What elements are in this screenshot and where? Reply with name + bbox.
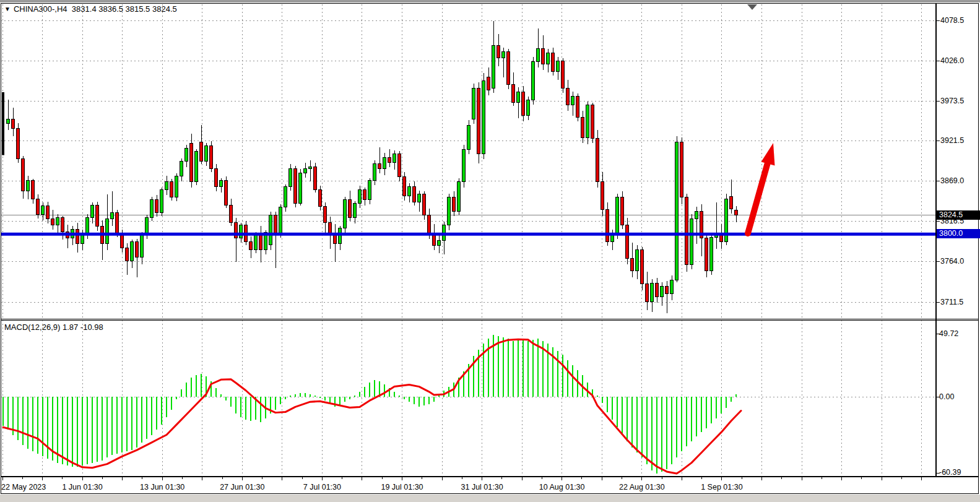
ohlc-values-label: 3831.4 3836.5 3815.5 3824.5 — [72, 4, 177, 14]
price-axis-label: 4078.5 — [940, 16, 964, 25]
price-axis-label: 4026.0 — [940, 56, 964, 66]
macd-histogram — [3, 335, 736, 474]
time-axis-label: 1 Sep 01:30 — [701, 483, 742, 492]
time-axis-label: 27 Jun 01:30 — [220, 483, 264, 492]
price-axis-label: 3921.5 — [940, 136, 964, 145]
macd-axis-label: -60.39 — [939, 468, 961, 477]
level-line-price-badge: 3800.0 — [937, 229, 980, 238]
chart-shift-marker-icon[interactable] — [747, 4, 757, 10]
macd-axis-label: 0.00 — [939, 392, 954, 402]
price-axis-label: 3869.0 — [940, 176, 964, 186]
time-axis-label: 7 Jul 01:30 — [303, 483, 341, 492]
time-axis-label: 22 May 2023 — [1, 483, 46, 492]
last-price-badge: 3824.5 — [937, 210, 980, 220]
window-bottom-edge — [0, 495, 980, 502]
time-axis-label: 1 Jun 01:30 — [62, 483, 102, 492]
price-axis-label: 3764.0 — [940, 257, 964, 266]
time-axis-label: 13 Jun 01:30 — [140, 483, 184, 492]
trading-chart-window: ▼CHINA300-,H4 3831.4 3836.5 3815.5 3824.… — [0, 0, 980, 502]
symbol-timeframe-label: CHINA300-,H4 — [14, 4, 67, 14]
price-axis-label: 3973.5 — [940, 97, 964, 106]
time-axis-label: 10 Aug 01:30 — [539, 483, 585, 492]
time-axis-label: 22 Aug 01:30 — [619, 483, 665, 492]
candles-layer — [2, 21, 738, 313]
symbol-dropdown-icon[interactable]: ▼ — [4, 6, 11, 12]
price-axis-label: 3711.5 — [940, 298, 963, 307]
time-axis-label: 31 Jul 01:30 — [461, 483, 503, 492]
bullish-arrow-annotation[interactable] — [748, 143, 775, 233]
macd-indicator-label: MACD(12,26,9) 1.87 -10.98 — [4, 322, 103, 332]
time-axis-label: 19 Jul 01:30 — [381, 483, 423, 492]
chart-title: ▼CHINA300-,H4 3831.4 3836.5 3815.5 3824.… — [4, 4, 177, 14]
macd-axis-label: 49.72 — [939, 329, 958, 339]
chart-canvas[interactable] — [0, 0, 980, 502]
macd-signal-line — [3, 339, 741, 474]
